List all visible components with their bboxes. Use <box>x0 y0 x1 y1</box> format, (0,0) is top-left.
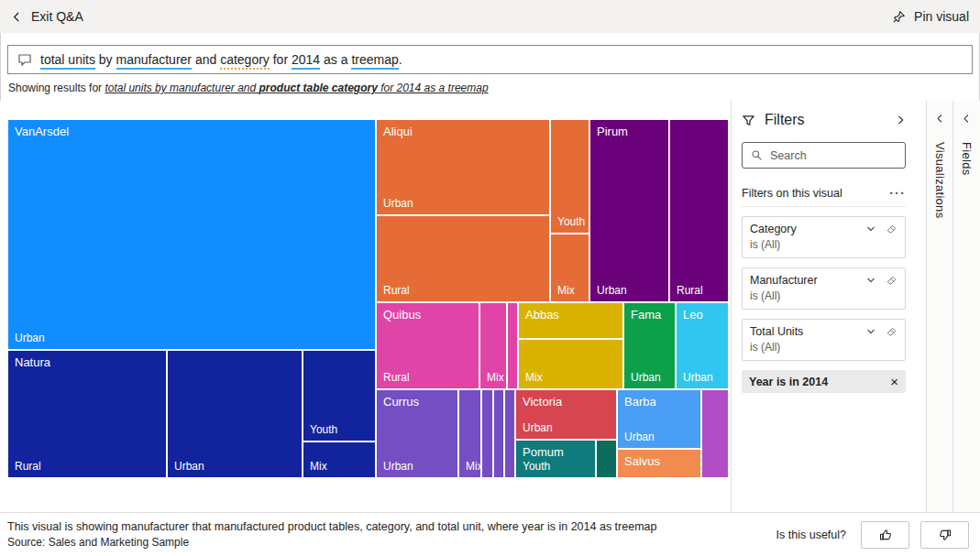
exit-qna-button[interactable]: Exit Q&A <box>11 9 83 24</box>
main-region: VanArsdelUrbanNaturaRuralUrbanYouthMixAl… <box>0 101 980 512</box>
fields-pane-collapsed[interactable]: Fields <box>952 101 980 512</box>
qna-question-input[interactable]: total units by manufacturer and category… <box>7 45 973 74</box>
clear-filter-icon[interactable] <box>886 223 897 235</box>
treemap-node-pirum-rural[interactable]: Rural <box>669 119 729 302</box>
clear-filter-icon[interactable] <box>886 326 897 338</box>
collapse-filters-pane-icon[interactable] <box>895 114 906 125</box>
treemap-node-vanarsdel-urban[interactable]: VanArsdelUrban <box>7 119 376 350</box>
treemap-category-label: Youth <box>523 460 550 473</box>
pin-visual-label: Pin visual <box>914 9 969 24</box>
fields-pane-label: Fields <box>960 142 974 175</box>
treemap-node-pirum-urban[interactable]: PirumUrban <box>589 119 669 302</box>
filter-condition: is (All) <box>750 238 897 251</box>
visualizations-pane-collapsed[interactable]: Visualizations <box>926 101 952 512</box>
treemap-visual: VanArsdelUrbanNaturaRuralUrbanYouthMixAl… <box>7 119 729 478</box>
visual-summary: This visual is showing manufacturer that… <box>7 520 656 549</box>
filter-search-input[interactable] <box>770 149 897 162</box>
treemap-node-abbas[interactable]: Abbas <box>518 302 623 339</box>
pin-visual-button[interactable]: Pin visual <box>892 9 969 24</box>
treemap-node-pomum-youth[interactable]: PomumYouth <box>515 440 596 478</box>
thumbs-down-icon <box>938 528 952 542</box>
treemap-node-aliqui-youth[interactable]: Youth <box>550 119 589 234</box>
treemap-node-currus-urban[interactable]: CurrusUrban <box>376 389 458 478</box>
treemap-node-abbas-mix[interactable]: Mix <box>518 339 623 389</box>
treemap-group-title: Aliqui <box>383 125 413 138</box>
treemap-node-pomum[interactable] <box>596 440 617 478</box>
treemap-category-label: Rural <box>677 284 703 297</box>
treemap-node-currus[interactable] <box>504 389 515 478</box>
treemap-category-label: Rural <box>383 371 410 384</box>
treemap-node-aliqui-mix[interactable]: Mix <box>550 234 589 302</box>
treemap-node-currus[interactable] <box>481 389 493 478</box>
treemap-category-label: Urban <box>631 371 661 384</box>
filter-condition: is (All) <box>750 341 897 354</box>
visual-description: This visual is showing manufacturer that… <box>7 520 656 533</box>
treemap-node-fama-urban[interactable]: FamaUrban <box>623 302 676 389</box>
qna-term: 2014 <box>292 52 320 70</box>
is-this-useful-label: Is this useful? <box>776 529 846 541</box>
expand-fields-icon[interactable] <box>962 114 972 124</box>
treemap-category-label: Mix <box>487 371 504 384</box>
exit-qna-label: Exit Q&A <box>31 9 83 24</box>
filter-search-box[interactable] <box>742 142 906 169</box>
thumbs-up-button[interactable] <box>861 521 909 549</box>
chevron-left-icon <box>11 11 23 23</box>
filter-condition: is (All) <box>750 289 897 302</box>
treemap-node-natura-mix[interactable]: Mix <box>303 442 376 478</box>
treemap-category-label: Urban <box>597 284 627 297</box>
treemap-category-label: Mix <box>310 460 327 473</box>
treemap-group-title: Pomum <box>523 445 564 459</box>
treemap-node-quibus[interactable] <box>507 302 518 389</box>
treemap-node-salvus[interactable]: Salvus <box>617 449 701 478</box>
treemap-node-quibus-mix[interactable]: Mix <box>479 302 507 389</box>
footer: This visual is showing manufacturer that… <box>0 512 980 556</box>
treemap-category-label: Urban <box>523 421 553 434</box>
treemap-node-quibus-rural[interactable]: QuibusRural <box>376 302 479 389</box>
qna-window: Exit Q&A Pin visual total units by manuf… <box>0 0 980 556</box>
report-canvas: VanArsdelUrbanNaturaRuralUrbanYouthMixAl… <box>0 101 731 512</box>
treemap-node-natura-urban[interactable]: Urban <box>167 350 303 478</box>
treemap-node-barba-urban[interactable]: BarbaUrban <box>617 389 701 449</box>
qna-term: manufacturer <box>116 52 192 70</box>
treemap-node-victoria-urban[interactable]: VictoriaUrban <box>515 389 617 440</box>
filter-card-category[interactable]: Category is (All) <box>742 216 906 258</box>
treemap-node-leo-urban[interactable]: LeoUrban <box>676 302 729 389</box>
treemap-category-label: Urban <box>383 460 413 473</box>
applied-filter-year: Year is in 2014 × <box>742 370 906 393</box>
chevron-down-icon[interactable] <box>865 326 876 337</box>
chevron-down-icon[interactable] <box>865 275 876 286</box>
filter-funnel-icon <box>742 114 755 127</box>
filters-on-visual-label: Filters on this visual <box>742 187 889 200</box>
treemap-category-label: Youth <box>310 423 337 436</box>
clear-filter-icon[interactable] <box>886 275 897 287</box>
treemap-node-currus[interactable] <box>493 389 504 478</box>
thumbs-down-button[interactable] <box>920 521 969 549</box>
applied-filter-label: Year is in 2014 <box>749 376 886 388</box>
filter-card-total-units[interactable]: Total Units is (All) <box>742 319 906 361</box>
treemap-category-label: Mix <box>525 371 543 384</box>
treemap-category-label: Urban <box>624 431 655 443</box>
treemap-group-title: VanArsdel <box>15 125 69 138</box>
filter-card-manufacturer[interactable]: Manufacturer is (All) <box>742 267 906 310</box>
treemap-node-natura-rural[interactable]: NaturaRural <box>7 350 167 478</box>
speech-bubble-icon <box>17 52 32 67</box>
visualizations-pane-label: Visualizations <box>933 142 947 218</box>
filters-pane-title: Filters <box>765 112 886 128</box>
treemap-group-title: Pirum <box>597 125 628 138</box>
treemap-group-title: Barba <box>624 395 656 409</box>
treemap-node-aliqui-rural[interactable]: Rural <box>376 215 550 302</box>
treemap-node-other[interactable] <box>701 389 729 478</box>
qna-term: total units <box>40 52 95 70</box>
treemap-category-label: Youth <box>557 215 585 228</box>
more-options-icon[interactable]: ··· <box>889 189 906 198</box>
thumbs-up-icon <box>878 528 893 542</box>
treemap-node-aliqui-urban[interactable]: AliquiUrban <box>376 119 550 215</box>
remove-filter-icon[interactable]: × <box>886 375 902 388</box>
expand-visualizations-icon[interactable] <box>935 114 945 124</box>
filter-field-name: Manufacturer <box>750 274 865 287</box>
treemap-node-currus-mix[interactable]: Mix <box>458 389 481 478</box>
pin-icon <box>892 10 906 24</box>
treemap-group-title: Fama <box>631 308 661 322</box>
treemap-node-natura-youth[interactable]: Youth <box>303 350 376 442</box>
chevron-down-icon[interactable] <box>865 223 876 234</box>
